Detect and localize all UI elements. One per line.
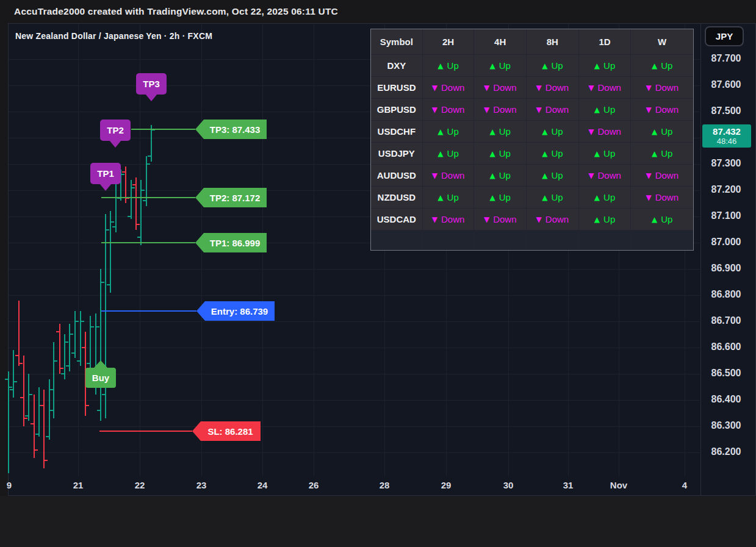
trend-label: Down (545, 214, 569, 224)
empty-cell (422, 231, 474, 250)
price-bar (34, 395, 35, 458)
price-axis-label: 86.500 (702, 368, 751, 379)
open-tick (56, 331, 59, 332)
tp3-label[interactable]: TP3: 87.433 (195, 120, 267, 139)
tp2-marker-pointer (109, 140, 121, 148)
close-tick (70, 334, 73, 335)
trend-label: Down (545, 82, 569, 93)
open-tick (132, 184, 135, 185)
price-bar (131, 180, 132, 219)
time-axis-label: 21 (73, 480, 84, 490)
close-tick (14, 381, 17, 382)
trend-cell: ▼Down (422, 99, 474, 120)
trend-label: Down (597, 126, 621, 137)
trend-label: Up (499, 126, 511, 137)
price-bar (69, 324, 70, 371)
trend-label: Up (603, 214, 615, 224)
open-tick (102, 394, 105, 395)
open-tick (31, 423, 34, 424)
attribution-text: AccuTrade2000 created with TradingView.c… (14, 6, 338, 17)
down-triangle-icon: ▼ (536, 105, 542, 114)
up-triangle-icon: ▲ (542, 62, 547, 70)
time-axis-label: 23 (196, 480, 207, 490)
symbol-cell: NZDUSD (371, 187, 422, 208)
current-price-badge: 87.432 48:46 (702, 124, 751, 148)
down-triangle-icon: ▼ (646, 193, 651, 202)
trend-cell: ▲Up (526, 55, 578, 76)
currency-button[interactable]: JPY (705, 26, 744, 46)
price-bar (100, 269, 101, 421)
price-axis-label: 87.600 (702, 79, 751, 90)
vertical-gridline (314, 24, 314, 476)
trend-label: Up (447, 60, 459, 71)
trend-label: Down (597, 170, 621, 181)
close-tick (106, 229, 109, 231)
symbol-cell: GBPUSD (371, 99, 422, 120)
time-axis[interactable] (8, 477, 700, 496)
close-tick (132, 187, 135, 188)
trend-cell: ▲Up (578, 55, 631, 76)
down-triangle-icon: ▼ (646, 84, 651, 92)
entry-label[interactable]: Entry: 86.739 (196, 301, 275, 321)
table-row: USDJPY▲Up▲Up▲Up▲Up▲Up (371, 142, 693, 164)
table-row: EURUSD▼Down▼Down▼Down▼Down▼Down (371, 76, 693, 98)
down-triangle-icon: ▼ (646, 105, 651, 114)
trend-cell: ▲Up (473, 165, 526, 186)
trend-cell: ▼Down (473, 99, 526, 120)
tp1-label[interactable]: TP1: 86.999 (195, 233, 267, 252)
trend-label: Up (551, 170, 563, 181)
tp2-label[interactable]: TP2: 87.172 (195, 188, 267, 207)
trend-label: Up (499, 170, 511, 181)
close-tick (81, 321, 84, 322)
sl-label[interactable]: SL: 86.281 (192, 421, 261, 441)
price-axis-label: 86.400 (702, 394, 751, 405)
up-triangle-icon: ▲ (542, 127, 547, 136)
trend-cell: ▼Down (526, 209, 578, 230)
close-tick (121, 174, 124, 175)
buy-marker-pointer (94, 360, 107, 368)
price-axis-label: 86.700 (702, 315, 751, 326)
trend-cell: ▼Down (473, 77, 526, 98)
symbol-cell: AUDUSD (371, 165, 422, 186)
table-row: USDCAD▼Down▼Down▼Down▲Up▲Up (371, 208, 693, 230)
trend-label: Up (551, 148, 563, 159)
trend-cell: ▼Down (630, 99, 693, 120)
column-header-w: W (630, 29, 693, 54)
time-axis-label: 29 (441, 480, 452, 490)
tp1-marker-pointer (99, 184, 112, 191)
trend-cell: ▲Up (422, 55, 474, 76)
price-bar (53, 342, 54, 418)
trend-label: Up (499, 60, 511, 71)
tradingview-chart-screenshot: AccuTrade2000 created with TradingView.c… (0, 0, 756, 547)
close-tick (65, 341, 68, 343)
tp3-line (131, 129, 195, 130)
price-axis-label: 87.100 (702, 210, 751, 221)
price-bar (59, 324, 60, 374)
table-row: AUDUSD▼Down▲Up▲Up▼Down▼Down (371, 164, 693, 186)
open-tick (122, 171, 125, 173)
trend-cell: ▲Up (422, 143, 474, 164)
time-axis-label: 30 (503, 480, 514, 490)
entry-line (101, 310, 196, 312)
trend-label: Up (603, 60, 615, 71)
price-axis-label: 86.900 (702, 263, 751, 274)
down-triangle-icon: ▼ (484, 84, 489, 92)
open-tick (97, 410, 100, 411)
time-axis-label: 4 (682, 480, 687, 490)
close-tick (86, 405, 89, 406)
up-triangle-icon: ▲ (594, 193, 600, 202)
horizontal-gridline (9, 295, 700, 296)
price-bar (80, 311, 81, 366)
down-triangle-icon: ▼ (536, 84, 542, 92)
time-axis-label: 26 (309, 480, 319, 490)
trend-cell: ▲Up (526, 143, 578, 164)
price-bar (18, 301, 20, 366)
trend-label: Down (493, 214, 516, 224)
trend-label: Down (655, 82, 679, 93)
trend-cell: ▼Down (422, 165, 474, 186)
open-tick (40, 405, 43, 406)
time-axis-label: 31 (563, 480, 574, 490)
sl-line (99, 431, 192, 432)
up-triangle-icon: ▲ (490, 149, 495, 158)
up-triangle-icon: ▲ (490, 171, 495, 180)
